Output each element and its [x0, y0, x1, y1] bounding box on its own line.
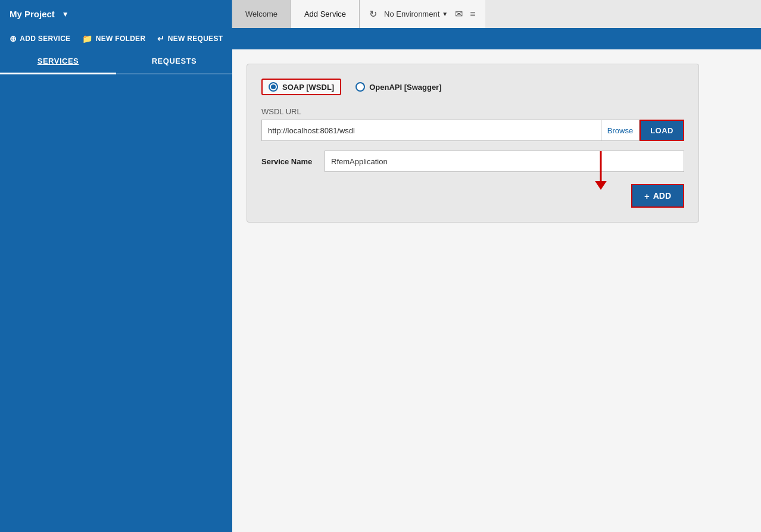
- tab-bar: Welcome Add Service ↻ No Environment ▼ ✉…: [232, 0, 761, 28]
- main-layout: SERVICES REQUESTS SOAP [WSDL] OpenAPI [S…: [0, 49, 761, 532]
- service-type-radio-group: SOAP [WSDL] OpenAPI [Swagger]: [261, 79, 684, 95]
- load-button[interactable]: LOAD: [640, 120, 684, 141]
- project-name-label: My Project: [10, 9, 55, 19]
- project-dropdown-arrow[interactable]: ▼: [62, 10, 69, 18]
- add-label: ADD: [653, 191, 671, 201]
- soap-radio-label: SOAP [WSDL]: [282, 83, 334, 92]
- new-folder-label: NEW FOLDER: [96, 35, 146, 43]
- add-plus-icon: +: [644, 191, 650, 201]
- hamburger-menu-icon[interactable]: ≡: [470, 9, 475, 20]
- openapi-radio-button[interactable]: [355, 82, 365, 92]
- wsdl-url-label: WSDL URL: [261, 107, 684, 116]
- service-name-input[interactable]: [325, 151, 684, 172]
- wsdl-url-input[interactable]: [261, 120, 601, 141]
- top-right-controls: ↻ No Environment ▼ ✉ ≡: [360, 0, 485, 28]
- new-folder-icon: 📁: [82, 34, 92, 43]
- wsdl-url-section: WSDL URL Browse LOAD: [261, 107, 684, 141]
- content-area: SOAP [WSDL] OpenAPI [Swagger] WSDL URL B…: [232, 49, 761, 532]
- add-service-label: ADD SERVICE: [20, 35, 70, 43]
- add-button-row: + ADD: [261, 184, 684, 208]
- new-request-icon: ↵: [157, 34, 164, 43]
- add-service-form-panel: SOAP [WSDL] OpenAPI [Swagger] WSDL URL B…: [247, 64, 699, 223]
- project-title[interactable]: My Project ▼: [0, 0, 232, 28]
- new-folder-button[interactable]: 📁 NEW FOLDER: [82, 34, 145, 43]
- environment-selector[interactable]: No Environment ▼: [384, 10, 448, 18]
- browse-button[interactable]: Browse: [601, 120, 640, 141]
- add-service-icon: ⊕: [10, 34, 17, 43]
- environment-label: No Environment: [384, 10, 439, 18]
- tab-add-service[interactable]: Add Service: [291, 0, 360, 28]
- chat-icon[interactable]: ✉: [455, 8, 463, 20]
- openapi-swagger-option[interactable]: OpenAPI [Swagger]: [355, 82, 441, 92]
- soap-radio-button[interactable]: [269, 82, 278, 92]
- soap-wsdl-option[interactable]: SOAP [WSDL]: [261, 79, 341, 95]
- openapi-radio-label: OpenAPI [Swagger]: [369, 83, 441, 92]
- sidebar-tab-requests[interactable]: REQUESTS: [116, 49, 232, 73]
- add-service-button[interactable]: ⊕ ADD SERVICE: [10, 34, 70, 43]
- sidebar: SERVICES REQUESTS: [0, 49, 232, 532]
- new-request-label: NEW REQUEST: [168, 35, 223, 43]
- url-input-row: Browse LOAD: [261, 120, 684, 141]
- svg-marker-1: [595, 181, 607, 190]
- env-dropdown-arrow: ▼: [442, 11, 448, 17]
- action-bar: ⊕ ADD SERVICE 📁 NEW FOLDER ↵ NEW REQUEST: [0, 28, 761, 49]
- new-request-button[interactable]: ↵ NEW REQUEST: [157, 34, 223, 43]
- sidebar-tab-services[interactable]: SERVICES: [0, 49, 116, 74]
- service-name-row: Service Name: [261, 151, 684, 172]
- add-button[interactable]: + ADD: [631, 184, 684, 208]
- service-name-label: Service Name: [261, 157, 315, 166]
- tab-welcome[interactable]: Welcome: [232, 0, 291, 28]
- refresh-icon[interactable]: ↻: [369, 8, 377, 20]
- sidebar-tab-bar: SERVICES REQUESTS: [0, 49, 232, 74]
- service-name-section: Service Name: [261, 151, 684, 172]
